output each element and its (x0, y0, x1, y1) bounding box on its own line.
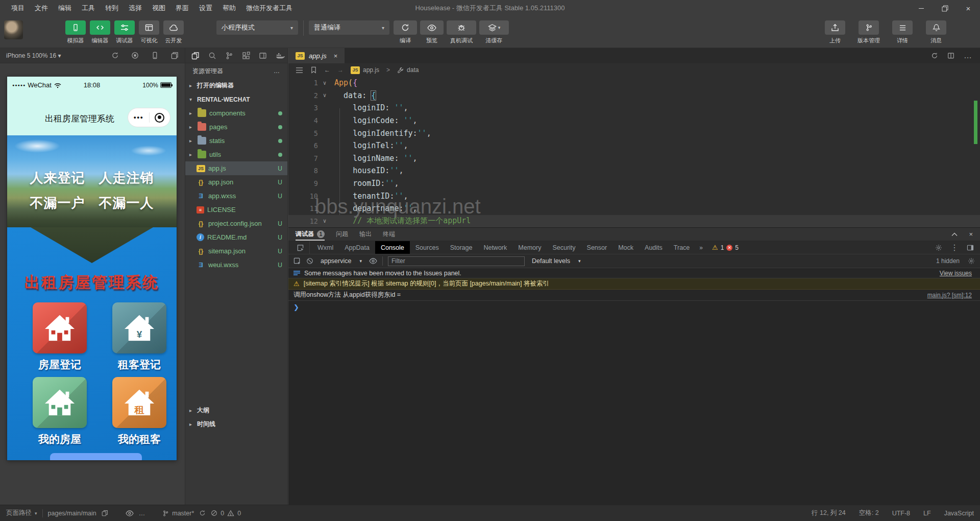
breadcrumb-file[interactable]: JS app.js (351, 66, 379, 74)
timeline-section[interactable]: ▸ 时间线 (185, 417, 287, 431)
folder-utils[interactable]: ▸utils (185, 148, 287, 161)
bug-icon[interactable] (447, 20, 476, 35)
inspect-element-icon[interactable] (291, 241, 310, 254)
devtools-tab-sources[interactable]: Sources (410, 241, 445, 254)
split-editor-icon[interactable] (947, 52, 954, 59)
restart-icon[interactable] (111, 52, 119, 59)
fold-chevron-icon[interactable]: ∨ (318, 80, 331, 86)
menu-item[interactable]: 界面 (170, 0, 194, 16)
context-selector[interactable]: appservice ▾ (318, 257, 364, 265)
filter-input[interactable] (388, 256, 525, 266)
more-menu-icon[interactable]: ●●● (128, 115, 149, 120)
sliders-icon[interactable] (114, 20, 135, 35)
devtools-tab-mock[interactable]: Mock (612, 241, 639, 254)
devtools-tab-appdata[interactable]: AppData (339, 241, 375, 254)
menu-item[interactable]: 微信开发者工具 (241, 0, 298, 16)
fold-chevron-icon[interactable]: ∨ (318, 92, 331, 99)
debugger-tab-问题[interactable]: 问题 (336, 228, 348, 241)
code-line[interactable]: 4 loginCode: '', (288, 114, 980, 127)
home-tile[interactable]: 租 (112, 377, 166, 428)
device-frame-icon[interactable] (151, 52, 159, 59)
mode-dropdown[interactable]: 小程序模式 ▾ (216, 20, 298, 35)
debugger-tab-终端[interactable]: 终端 (383, 228, 395, 241)
toggle-visibility-icon[interactable] (126, 510, 134, 516)
kebab-menu-icon[interactable]: ⋮ (950, 243, 959, 252)
language-mode[interactable]: JavaScript (944, 510, 974, 517)
devtools-settings-icon[interactable] (935, 244, 942, 251)
sync-icon[interactable] (931, 52, 938, 59)
file-weui-wxss[interactable]: Ǝweui.wxssU (185, 258, 287, 272)
folder-components[interactable]: ▸components (185, 106, 287, 120)
project-root-section[interactable]: ▾ RENTAL-WECHAT (185, 92, 287, 106)
file-README-md[interactable]: iREADME.mdU (185, 230, 287, 244)
console-source-link[interactable]: View issues (940, 270, 972, 277)
multi-window-icon[interactable] (171, 52, 179, 59)
compile-mode-dropdown[interactable]: 普通编译 ▾ (309, 20, 389, 35)
devtools-tab-trace[interactable]: Trace (668, 241, 696, 254)
layout-icon[interactable] (139, 20, 159, 35)
file-project-config-json[interactable]: {}project.config.jsonU (185, 217, 287, 230)
encoding-setting[interactable]: UTF-8 (892, 510, 910, 517)
npm-build-icon[interactable] (276, 52, 285, 59)
folder-statis[interactable]: ▸statis (185, 134, 287, 148)
device-selector[interactable]: iPhone 5 100% 16 ▾ (6, 52, 61, 59)
collapse-panel-icon[interactable] (951, 232, 958, 236)
eol-setting[interactable]: LF (923, 510, 931, 517)
code-line[interactable]: 2∨ data: { (288, 89, 980, 102)
debugger-tab-调试器[interactable]: 调试器1 (296, 228, 325, 241)
back-icon[interactable]: ← (324, 66, 330, 74)
avatar[interactable] (4, 20, 23, 39)
bell-icon[interactable] (926, 20, 946, 35)
minimize-icon[interactable] (910, 0, 933, 16)
issue-counts[interactable]: ⚠1✕5 (707, 241, 744, 254)
file-LICENSE[interactable]: ≡LICENSE (185, 203, 287, 217)
outline-section[interactable]: ▸ 大纲 (185, 404, 287, 417)
file-sitemap-json[interactable]: {}sitemap.jsonU (185, 244, 287, 258)
code-line[interactable]: 1∨App({ (288, 77, 980, 89)
dock-side-icon[interactable] (967, 245, 974, 251)
file-app-js[interactable]: JSapp.jsU (185, 161, 287, 175)
devtools-tab-console[interactable]: Console (375, 241, 410, 254)
code-editor[interactable]: bbs.yunquanzi.net 1∨App({2∨ data: {3 log… (288, 77, 980, 227)
devtools-tab-network[interactable]: Network (478, 241, 512, 254)
problems-indicator[interactable]: 0 0 (211, 510, 241, 517)
bookmark-icon[interactable] (310, 66, 317, 74)
devtools-tab-audits[interactable]: Audits (639, 241, 668, 254)
more-tabs-icon[interactable]: » (695, 241, 707, 254)
menu-item[interactable]: 选择 (124, 0, 147, 16)
cloud-icon[interactable] (163, 20, 184, 35)
close-miniapp-icon[interactable] (150, 112, 170, 123)
code-line[interactable]: 9 roomID:'', (288, 177, 980, 190)
phone-icon[interactable] (65, 20, 86, 35)
log-levels-dropdown[interactable]: Default levels ▾ (530, 257, 583, 265)
home-bottom-button[interactable] (50, 453, 142, 460)
code-icon[interactable] (90, 20, 110, 35)
close-icon[interactable]: × (957, 0, 980, 16)
editor-layout-icon[interactable] (259, 52, 267, 60)
folder-pages[interactable]: ▸pages (185, 120, 287, 134)
menu-item[interactable]: 帮助 (217, 0, 241, 16)
open-editors-section[interactable]: ▸ 打开的编辑器 (185, 79, 287, 92)
file-app-json[interactable]: {}app.jsonU (185, 175, 287, 189)
code-line[interactable]: 3 loginID: '', (288, 102, 980, 114)
refresh-icon[interactable] (394, 20, 417, 35)
page-path-dropdown[interactable]: 页面路径 ▾ (6, 509, 37, 517)
layers-icon[interactable]: ▾ (479, 20, 509, 35)
cursor-position[interactable]: 行 12, 列 24 (812, 509, 846, 517)
code-line[interactable]: 7 loginName: '', (288, 152, 980, 165)
fold-chevron-icon[interactable]: ∨ (318, 218, 331, 224)
live-expression-icon[interactable] (369, 258, 377, 264)
breadcrumb-symbol[interactable]: data (397, 66, 419, 74)
git-sync-icon[interactable] (199, 510, 206, 516)
more-actions-icon[interactable]: … (964, 51, 972, 60)
maximize-icon[interactable] (933, 0, 957, 16)
outline-list-icon[interactable] (296, 67, 303, 74)
eye-icon[interactable] (420, 20, 444, 35)
branch-icon[interactable] (859, 20, 879, 35)
stop-icon[interactable] (131, 52, 139, 59)
debugger-tab-输出[interactable]: 输出 (359, 228, 372, 241)
menu-item[interactable]: 编辑 (53, 0, 77, 16)
eval-context-icon[interactable] (293, 257, 301, 265)
file-app-wxss[interactable]: Ǝapp.wxssU (185, 189, 287, 203)
console-source-link[interactable]: main.js? [sm]:12 (927, 292, 972, 299)
